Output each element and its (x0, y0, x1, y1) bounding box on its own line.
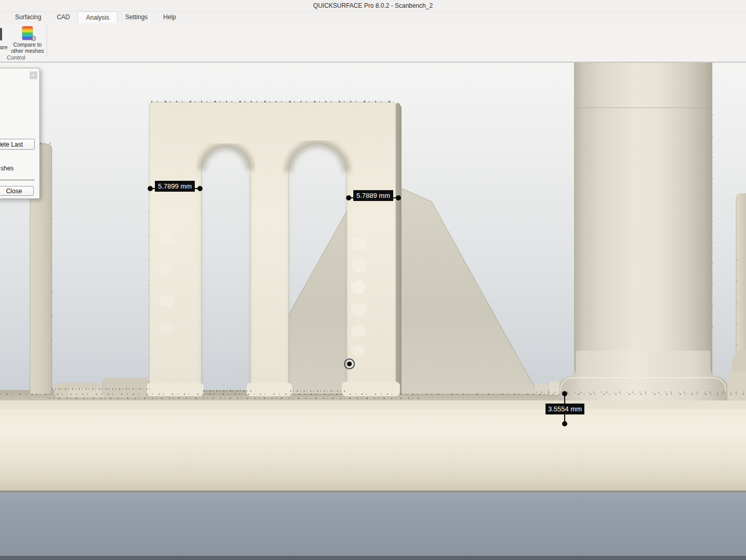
menu-bar: Surfacing CAD Analysis Settings Help (0, 11, 746, 23)
ribbon-group-separator (47, 24, 47, 56)
tab-settings[interactable]: Settings (118, 11, 155, 23)
viewport-bottom-strip (0, 556, 746, 560)
mesh-cylinder (574, 63, 712, 374)
measurement-endpoint (562, 421, 567, 426)
clipped-compare-button[interactable]: are (0, 25, 10, 57)
measurement-value-label: 5.7889 mm (353, 190, 393, 201)
dialog-separator (0, 180, 35, 180)
mesh-arch-side-face (396, 103, 401, 395)
clipped-button-icon (0, 28, 2, 40)
app-window: { "window": { "title": "QUICKSURFACE Pro… (0, 0, 746, 560)
close-button[interactable]: Close (0, 186, 34, 196)
dialog-close-icon[interactable]: × (30, 71, 37, 79)
tab-help[interactable]: Help (155, 11, 184, 23)
tab-analysis[interactable]: Analysis (78, 11, 118, 23)
measurement-endpoint (562, 391, 567, 396)
target-icon (344, 358, 355, 369)
plate-front-face (0, 409, 746, 492)
scan-mesh-scene (0, 63, 746, 560)
measurement-2: 5.7889 mm (346, 195, 401, 201)
target-center-dot (347, 362, 352, 366)
plate-bottom-edge (0, 491, 746, 492)
tab-cad[interactable]: CAD (49, 11, 78, 23)
deviation-colormap-icon: ⚙ (22, 26, 33, 40)
title-bar: QUICKSURFACE Pro 8.0.2 - Scanbench_2 (0, 0, 746, 11)
measurement-endpoint (197, 186, 203, 191)
delete-last-button[interactable]: lete Last (0, 139, 35, 150)
measurement-value-label: 5.7899 mm (155, 181, 195, 192)
viewport-3d[interactable]: 5.7899 mm 5.7889 mm 3.5554 mm × Point le… (0, 63, 746, 560)
measurement-value-label: 3.5554 mm (546, 404, 584, 414)
ribbon-toolbar: are ⚙ Compare to other meshes Control (0, 23, 746, 63)
measurement-endpoint (148, 186, 153, 191)
measurement-endpoint (346, 195, 351, 200)
compare-to-other-meshes-button[interactable]: ⚙ Compare to other meshes (10, 24, 45, 59)
tab-surfacing[interactable]: Surfacing (7, 11, 49, 23)
window-title: QUICKSURFACE Pro 8.0.2 - Scanbench_2 (313, 2, 433, 9)
measurement-1: 5.7899 mm (148, 185, 203, 192)
cylinder-ridge (574, 107, 712, 108)
measurement-endpoint (396, 195, 401, 200)
measurement-3: 3.5554 mm (562, 391, 568, 426)
ribbon-group-label: Control (0, 54, 32, 61)
gear-icon: ⚙ (30, 35, 37, 42)
meshes-label: shes (1, 165, 13, 172)
measure-dialog: × Point lete Last shes Close (0, 68, 40, 199)
